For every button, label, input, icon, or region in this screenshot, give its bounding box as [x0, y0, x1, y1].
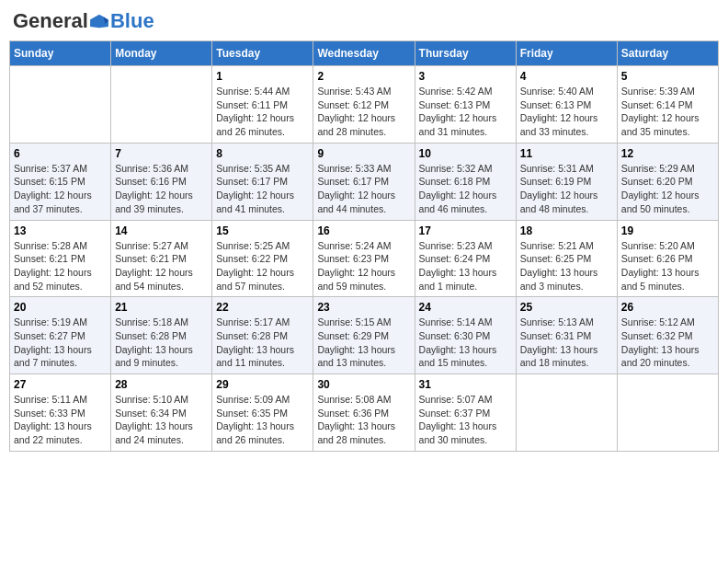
day-number: 9	[317, 147, 410, 160]
day-number: 30	[317, 378, 410, 391]
calendar-day-cell: 5Sunrise: 5:39 AM Sunset: 6:14 PM Daylig…	[617, 66, 718, 144]
day-number: 17	[419, 224, 512, 237]
day-of-week-header: Wednesday	[313, 41, 415, 66]
day-info: Sunrise: 5:12 AM Sunset: 6:32 PM Dayligh…	[621, 316, 714, 370]
calendar-day-cell: 7Sunrise: 5:36 AM Sunset: 6:16 PM Daylig…	[111, 143, 212, 220]
day-number: 25	[520, 301, 613, 314]
calendar-day-cell: 27Sunrise: 5:11 AM Sunset: 6:33 PM Dayli…	[10, 374, 111, 452]
calendar-header-row: SundayMondayTuesdayWednesdayThursdayFrid…	[10, 41, 719, 66]
calendar-day-cell: 8Sunrise: 5:35 AM Sunset: 6:17 PM Daylig…	[212, 143, 313, 220]
calendar-day-cell: 18Sunrise: 5:21 AM Sunset: 6:25 PM Dayli…	[516, 220, 617, 297]
day-info: Sunrise: 5:35 AM Sunset: 6:17 PM Dayligh…	[216, 162, 309, 216]
day-info: Sunrise: 5:11 AM Sunset: 6:33 PM Dayligh…	[14, 393, 107, 447]
page-header: General Blue	[9, 9, 719, 33]
day-of-week-header: Sunday	[10, 41, 111, 66]
day-info: Sunrise: 5:10 AM Sunset: 6:34 PM Dayligh…	[115, 393, 208, 447]
calendar-day-cell: 21Sunrise: 5:18 AM Sunset: 6:28 PM Dayli…	[111, 297, 212, 374]
calendar-day-cell: 1Sunrise: 5:44 AM Sunset: 6:11 PM Daylig…	[212, 66, 313, 144]
day-info: Sunrise: 5:23 AM Sunset: 6:24 PM Dayligh…	[419, 239, 512, 293]
day-number: 12	[621, 147, 714, 160]
day-of-week-header: Monday	[111, 41, 212, 66]
calendar-day-cell: 17Sunrise: 5:23 AM Sunset: 6:24 PM Dayli…	[415, 220, 516, 297]
day-info: Sunrise: 5:13 AM Sunset: 6:31 PM Dayligh…	[520, 316, 613, 370]
day-number: 11	[520, 147, 613, 160]
logo: General Blue	[13, 9, 154, 33]
calendar-day-cell	[516, 374, 617, 452]
day-info: Sunrise: 5:15 AM Sunset: 6:29 PM Dayligh…	[317, 316, 410, 370]
calendar-day-cell: 28Sunrise: 5:10 AM Sunset: 6:34 PM Dayli…	[111, 374, 212, 452]
day-info: Sunrise: 5:17 AM Sunset: 6:28 PM Dayligh…	[216, 316, 309, 370]
day-info: Sunrise: 5:28 AM Sunset: 6:21 PM Dayligh…	[14, 239, 107, 293]
calendar-day-cell: 3Sunrise: 5:42 AM Sunset: 6:13 PM Daylig…	[415, 66, 516, 144]
calendar-week-row: 6Sunrise: 5:37 AM Sunset: 6:15 PM Daylig…	[10, 143, 719, 220]
calendar-day-cell: 20Sunrise: 5:19 AM Sunset: 6:27 PM Dayli…	[10, 297, 111, 374]
day-number: 6	[14, 147, 107, 160]
day-info: Sunrise: 5:39 AM Sunset: 6:14 PM Dayligh…	[621, 85, 714, 139]
calendar-day-cell: 31Sunrise: 5:07 AM Sunset: 6:37 PM Dayli…	[415, 374, 516, 452]
day-number: 3	[419, 70, 512, 83]
calendar-day-cell	[10, 66, 111, 144]
calendar-day-cell: 14Sunrise: 5:27 AM Sunset: 6:21 PM Dayli…	[111, 220, 212, 297]
calendar-week-row: 20Sunrise: 5:19 AM Sunset: 6:27 PM Dayli…	[10, 297, 719, 374]
calendar-day-cell: 12Sunrise: 5:29 AM Sunset: 6:20 PM Dayli…	[617, 143, 718, 220]
day-number: 26	[621, 301, 714, 314]
day-number: 18	[520, 224, 613, 237]
day-info: Sunrise: 5:33 AM Sunset: 6:17 PM Dayligh…	[317, 162, 410, 216]
calendar-day-cell: 25Sunrise: 5:13 AM Sunset: 6:31 PM Dayli…	[516, 297, 617, 374]
calendar-day-cell	[617, 374, 718, 452]
day-number: 13	[14, 224, 107, 237]
calendar-day-cell: 11Sunrise: 5:31 AM Sunset: 6:19 PM Dayli…	[516, 143, 617, 220]
day-number: 8	[216, 147, 309, 160]
day-info: Sunrise: 5:29 AM Sunset: 6:20 PM Dayligh…	[621, 162, 714, 216]
day-number: 5	[621, 70, 714, 83]
day-info: Sunrise: 5:32 AM Sunset: 6:18 PM Dayligh…	[419, 162, 512, 216]
day-number: 23	[317, 301, 410, 314]
day-number: 24	[419, 301, 512, 314]
day-info: Sunrise: 5:25 AM Sunset: 6:22 PM Dayligh…	[216, 239, 309, 293]
calendar-table: SundayMondayTuesdayWednesdayThursdayFrid…	[9, 40, 719, 452]
day-info: Sunrise: 5:07 AM Sunset: 6:37 PM Dayligh…	[419, 393, 512, 447]
day-number: 4	[520, 70, 613, 83]
calendar-day-cell: 30Sunrise: 5:08 AM Sunset: 6:36 PM Dayli…	[313, 374, 415, 452]
calendar-day-cell: 13Sunrise: 5:28 AM Sunset: 6:21 PM Dayli…	[10, 220, 111, 297]
day-info: Sunrise: 5:44 AM Sunset: 6:11 PM Dayligh…	[216, 85, 309, 139]
calendar-day-cell: 2Sunrise: 5:43 AM Sunset: 6:12 PM Daylig…	[313, 66, 415, 144]
day-number: 22	[216, 301, 309, 314]
day-info: Sunrise: 5:37 AM Sunset: 6:15 PM Dayligh…	[14, 162, 107, 216]
day-info: Sunrise: 5:09 AM Sunset: 6:35 PM Dayligh…	[216, 393, 309, 447]
day-info: Sunrise: 5:18 AM Sunset: 6:28 PM Dayligh…	[115, 316, 208, 370]
calendar-day-cell: 6Sunrise: 5:37 AM Sunset: 6:15 PM Daylig…	[10, 143, 111, 220]
calendar-day-cell: 24Sunrise: 5:14 AM Sunset: 6:30 PM Dayli…	[415, 297, 516, 374]
calendar-day-cell: 15Sunrise: 5:25 AM Sunset: 6:22 PM Dayli…	[212, 220, 313, 297]
day-info: Sunrise: 5:24 AM Sunset: 6:23 PM Dayligh…	[317, 239, 410, 293]
day-number: 21	[115, 301, 208, 314]
calendar-day-cell: 26Sunrise: 5:12 AM Sunset: 6:32 PM Dayli…	[617, 297, 718, 374]
day-of-week-header: Friday	[516, 41, 617, 66]
day-number: 7	[115, 147, 208, 160]
day-number: 19	[621, 224, 714, 237]
day-number: 29	[216, 378, 309, 391]
calendar-day-cell: 29Sunrise: 5:09 AM Sunset: 6:35 PM Dayli…	[212, 374, 313, 452]
calendar-day-cell: 10Sunrise: 5:32 AM Sunset: 6:18 PM Dayli…	[415, 143, 516, 220]
day-info: Sunrise: 5:42 AM Sunset: 6:13 PM Dayligh…	[419, 85, 512, 139]
calendar-day-cell: 22Sunrise: 5:17 AM Sunset: 6:28 PM Dayli…	[212, 297, 313, 374]
day-of-week-header: Thursday	[415, 41, 516, 66]
calendar-day-cell: 19Sunrise: 5:20 AM Sunset: 6:26 PM Dayli…	[617, 220, 718, 297]
logo-general-text: General	[13, 9, 88, 33]
calendar-day-cell	[111, 66, 212, 144]
day-number: 20	[14, 301, 107, 314]
calendar-week-row: 1Sunrise: 5:44 AM Sunset: 6:11 PM Daylig…	[10, 66, 719, 144]
day-number: 1	[216, 70, 309, 83]
day-number: 31	[419, 378, 512, 391]
day-of-week-header: Tuesday	[212, 41, 313, 66]
day-info: Sunrise: 5:43 AM Sunset: 6:12 PM Dayligh…	[317, 85, 410, 139]
calendar-day-cell: 9Sunrise: 5:33 AM Sunset: 6:17 PM Daylig…	[313, 143, 415, 220]
day-info: Sunrise: 5:20 AM Sunset: 6:26 PM Dayligh…	[621, 239, 714, 293]
day-info: Sunrise: 5:14 AM Sunset: 6:30 PM Dayligh…	[419, 316, 512, 370]
day-info: Sunrise: 5:36 AM Sunset: 6:16 PM Dayligh…	[115, 162, 208, 216]
calendar-day-cell: 16Sunrise: 5:24 AM Sunset: 6:23 PM Dayli…	[313, 220, 415, 297]
calendar-week-row: 13Sunrise: 5:28 AM Sunset: 6:21 PM Dayli…	[10, 220, 719, 297]
day-number: 2	[317, 70, 410, 83]
day-of-week-header: Saturday	[617, 41, 718, 66]
logo-blue-text: Blue	[110, 9, 154, 33]
